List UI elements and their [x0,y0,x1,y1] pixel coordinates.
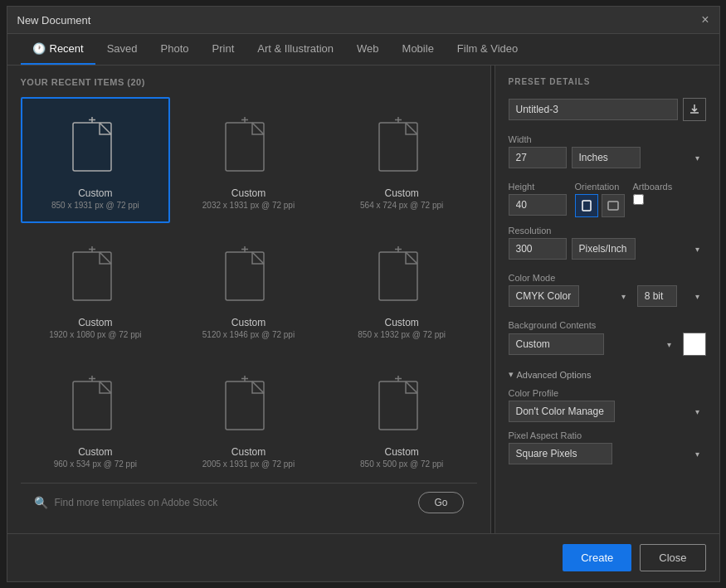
color-mode-wrap: CMYK Color RGB Color Grayscale Lab Color… [509,285,632,307]
width-unit-wrap: Inches Pixels Centimeters Millimeters Po… [572,147,706,168]
item-desc: 850 x 500 px @ 72 ppi [360,459,443,469]
tab-mobile[interactable]: Mobile [391,34,446,65]
create-button[interactable]: Create [563,544,631,571]
tab-photo[interactable]: Photo [149,34,201,65]
search-input[interactable] [55,497,412,508]
main-content: YOUR RECENT ITEMS (20) Custom 850 x 1931… [7,66,719,533]
document-icon [219,114,277,181]
list-item[interactable]: Custom 1920 x 1080 px @ 72 ppi [21,226,171,352]
color-swatch[interactable] [683,333,706,356]
document-icon [219,244,277,310]
list-item[interactable]: Custom 850 x 1932 px @ 72 ppi [327,226,477,352]
resolution-unit-select[interactable]: Pixels/Inch Pixels/Cm [572,238,636,260]
color-profile-field-group: Color Profile Don't Color Manage sRGB IE… [509,388,706,422]
window-close-button[interactable]: × [701,13,709,27]
document-icon [373,114,431,181]
color-mode-select[interactable]: CMYK Color RGB Color Grayscale Lab Color… [509,285,579,307]
preset-name-input[interactable] [509,99,678,120]
resolution-row: Pixels/Inch Pixels/Cm [509,238,706,260]
chevron-down-icon: ▾ [509,369,514,380]
item-name: Custom [384,317,418,328]
title-bar: New Document × [7,7,719,34]
item-name: Custom [78,317,112,328]
bit-depth-wrap: 8 bit 16 bit 32 bit [637,285,706,307]
color-mode-label: Color Mode [509,273,706,283]
list-item[interactable]: Custom 2032 x 1931 px @ 72 ppi [173,97,324,223]
tab-saved[interactable]: Saved [95,34,149,65]
item-name: Custom [78,446,112,458]
tab-web[interactable]: Web [345,34,391,65]
list-item[interactable]: Custom 564 x 724 px @ 72 ppi [327,97,477,223]
list-item[interactable]: Custom 850 x 500 px @ 72 ppi [327,357,477,483]
width-input[interactable] [509,147,567,168]
color-profile-wrap: Don't Color Manage sRGB IEC61966-2.1 Ado… [509,401,706,422]
item-desc: 2032 x 1931 px @ 72 ppi [202,201,295,210]
document-icon [66,373,124,440]
save-preset-button[interactable] [683,98,706,121]
clock-icon: 🕐 [32,42,46,55]
section-title: YOUR RECENT ITEMS (20) [21,77,477,87]
artboards-label: Artboards [633,182,673,192]
bg-contents-select[interactable]: Custom White Background Color Transparen… [509,333,604,355]
pixel-aspect-wrap: Square Pixels D1/DV NTSC (0.91) D1/DV PA… [509,443,706,464]
item-name: Custom [384,187,418,199]
orientation-group: Orientation [575,182,625,217]
artboard-checkbox[interactable] [633,194,644,205]
svg-rect-21 [226,381,264,430]
document-icon [66,114,124,181]
item-desc: 960 x 534 px @ 72 ppi [54,459,137,469]
item-desc: 850 x 1932 px @ 72 ppi [358,330,446,339]
height-input[interactable] [509,194,567,216]
tab-bar: 🕐 Recent Saved Photo Print Art & Illustr… [7,34,719,66]
width-label: Width [509,134,706,144]
svg-rect-9 [73,252,111,300]
width-unit-select[interactable]: Inches Pixels Centimeters Millimeters Po… [572,147,641,168]
list-item[interactable]: Custom 2005 x 1931 px @ 72 ppi [173,357,324,483]
tab-recent[interactable]: 🕐 Recent [21,34,95,65]
color-profile-select[interactable]: Don't Color Manage sRGB IEC61966-2.1 Ado… [509,401,615,422]
color-profile-label: Color Profile [509,388,706,398]
item-desc: 5120 x 1946 px @ 72 ppi [202,330,295,339]
svg-rect-27 [582,201,591,211]
resolution-label: Resolution [509,226,706,236]
preset-name-row [509,98,706,121]
list-item[interactable]: Custom 850 x 1931 px @ 72 ppi [21,97,171,223]
item-name: Custom [78,187,112,199]
bottom-buttons: Create Close [7,533,719,581]
item-name: Custom [384,446,418,458]
item-name: Custom [231,317,266,328]
tab-art-illustration[interactable]: Art & Illustration [246,34,345,65]
width-row: Inches Pixels Centimeters Millimeters Po… [509,147,706,168]
close-button[interactable]: Close [640,544,705,571]
height-orientation-row: Height Orientation [509,182,706,217]
tab-film-video[interactable]: Film & Video [446,34,529,65]
bg-contents-row: Custom White Background Color Transparen… [509,333,706,356]
artboards-group: Artboards [633,182,673,205]
svg-rect-12 [226,252,264,300]
tab-print[interactable]: Print [201,34,246,65]
landscape-button[interactable] [602,194,625,217]
bit-depth-select[interactable]: 8 bit 16 bit 32 bit [637,285,677,307]
search-bar: 🔍 Go [21,483,477,522]
download-icon [689,104,700,115]
pixel-aspect-select[interactable]: Square Pixels D1/DV NTSC (0.91) D1/DV PA… [509,443,612,464]
list-item[interactable]: Custom 5120 x 1946 px @ 72 ppi [173,226,324,352]
item-name: Custom [231,187,266,199]
list-item[interactable]: Custom 960 x 534 px @ 72 ppi [21,357,171,483]
go-button[interactable]: Go [418,492,463,513]
portrait-button[interactable] [575,194,598,217]
document-icon [219,373,277,440]
color-mode-field-group: Color Mode CMYK Color RGB Color Grayscal… [509,273,706,312]
resolution-input[interactable] [509,238,567,260]
artboard-checkbox-row [633,194,673,205]
preset-details-title: PRESET DETAILS [509,77,706,86]
svg-rect-18 [73,381,111,430]
item-desc: 850 x 1931 px @ 72 ppi [51,201,139,210]
portrait-icon [582,200,592,211]
height-field-group: Height [509,182,567,216]
orientation-buttons [575,194,625,217]
pixel-aspect-label: Pixel Aspect Ratio [509,430,706,440]
item-desc: 564 x 724 px @ 72 ppi [360,201,443,210]
item-desc: 2005 x 1931 px @ 72 ppi [202,459,295,469]
advanced-options-toggle[interactable]: ▾ Advanced Options [509,369,706,380]
